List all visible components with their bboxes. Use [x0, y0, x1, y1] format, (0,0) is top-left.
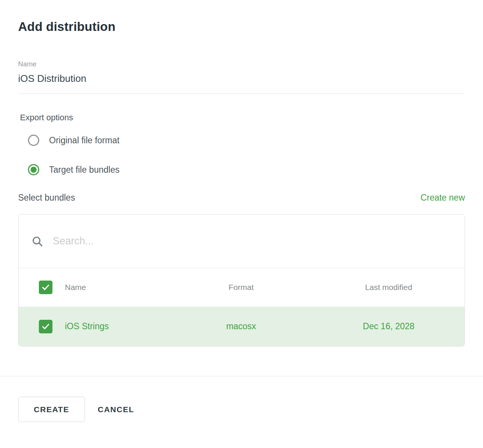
radio-label: Original file format — [49, 135, 120, 146]
add-distribution-dialog: Add distribution Name Export options Ori… — [0, 0, 483, 448]
row-last-modified: Dec 16, 2028 — [313, 321, 465, 331]
create-button[interactable]: CREATE — [18, 397, 85, 422]
check-icon — [41, 322, 50, 331]
name-input[interactable] — [18, 73, 465, 84]
search-icon — [31, 235, 44, 248]
column-header-name: Name — [65, 283, 169, 292]
table-row[interactable]: iOS Strings macosx Dec 16, 2028 — [18, 307, 465, 346]
radio-selected-icon — [28, 164, 39, 175]
column-header-last-modified: Last modified — [313, 283, 465, 292]
radio-unselected-icon — [28, 135, 39, 146]
create-new-link[interactable]: Create new — [420, 193, 465, 203]
select-all-checkbox[interactable] — [39, 281, 52, 294]
select-bundles-label: Select bundles — [18, 193, 75, 203]
export-options-label: Export options — [20, 113, 465, 123]
name-field: Name — [18, 60, 465, 94]
cancel-button[interactable]: CANCEL — [98, 401, 134, 418]
radio-target-file-bundles[interactable]: Target file bundles — [28, 164, 465, 175]
search-input[interactable] — [53, 235, 465, 247]
footer-divider — [0, 376, 483, 376]
row-checkbox[interactable] — [39, 320, 52, 333]
row-format: macosx — [169, 321, 313, 331]
row-name: iOS Strings — [65, 321, 169, 331]
page-title: Add distribution — [18, 20, 465, 34]
name-field-label: Name — [18, 60, 465, 68]
radio-original-file-format[interactable]: Original file format — [28, 135, 465, 146]
column-header-format: Format — [169, 283, 313, 292]
check-icon — [41, 283, 50, 292]
search-row — [18, 215, 465, 268]
radio-label: Target file bundles — [49, 165, 120, 175]
bundle-picker: Name Format Last modified iOS Strings ma… — [18, 214, 465, 347]
table-header-row: Name Format Last modified — [18, 268, 465, 307]
